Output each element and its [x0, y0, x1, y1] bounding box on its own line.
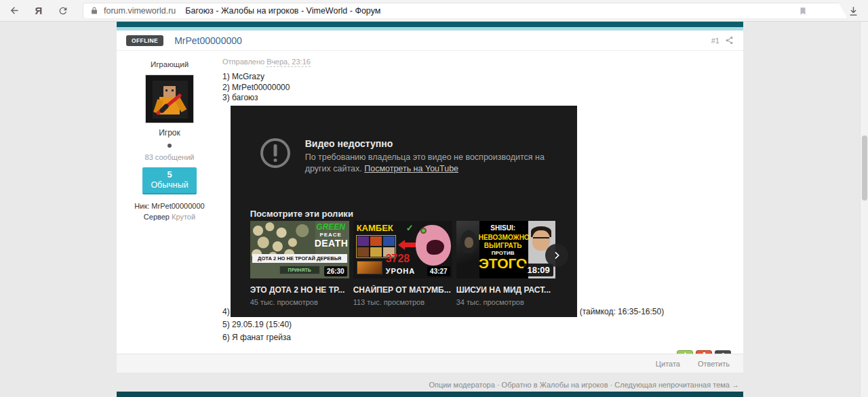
moderator-options-link[interactable]: Опции модератора — [429, 381, 494, 389]
topic-footer-links: Опции модератора · Обратно в Жалобы на и… — [429, 381, 739, 389]
thumb3-line4: ЭТОГО — [477, 256, 530, 271]
reply-button[interactable]: Ответить — [690, 356, 738, 371]
thumb1-accept-button: ПРИНЯТЬ — [279, 266, 320, 274]
sent-time: Вчера, 23:16 — [267, 58, 311, 67]
url-domain: forum.vimeworld.ru — [104, 6, 176, 16]
address-bar[interactable]: forum.vimeworld.ru Багоюз - Жалобы на иг… — [83, 3, 848, 19]
sent-label: Отправлено — [222, 58, 264, 66]
video-views-2: 113 тыс. просмотров — [353, 298, 452, 306]
thumb2-damage: 3728 — [386, 253, 410, 265]
line4-prefix: 4) — [222, 307, 230, 316]
watch-on-youtube-link[interactable]: Посмотреть на YouTube — [364, 164, 458, 173]
footer-separator: · — [497, 381, 500, 389]
post-number: #1 — [711, 37, 719, 45]
server-value: Крутой — [172, 213, 195, 221]
post-line-4: 4) Видео недоступно По требованию владел… — [222, 106, 743, 317]
forum-content: OFFLINE MrPet00000000 #1 Играющий — [117, 22, 743, 397]
post-text: 1) McGrazy 2) MrPet00000000 3) багоюз — [222, 72, 743, 104]
video-views-1: 45 тыс. просмотров — [250, 298, 349, 306]
youtube-embed: Видео недоступно По требованию владельца… — [231, 106, 577, 317]
chevron-right-icon — [551, 250, 562, 261]
footer-separator-2: · — [610, 381, 613, 389]
unavailable-title: Видео недоступно — [305, 138, 559, 149]
author-group: Играющий — [117, 60, 222, 68]
back-to-forum-link[interactable]: Обратно в Жалобы на игроков — [502, 381, 608, 389]
lock-icon[interactable] — [90, 6, 98, 15]
video-title-1[interactable]: ЭТО ДОТА 2 НО НЕ ТР... — [250, 285, 349, 295]
topic-header-bar — [117, 22, 743, 27]
refresh-button[interactable] — [53, 2, 73, 20]
yandex-button[interactable]: Я — [28, 2, 49, 20]
posts-count: 83 сообщений — [117, 153, 222, 161]
rank-pip-icon — [167, 144, 172, 148]
author-role: Игрок — [117, 128, 222, 138]
reply-section-bar — [117, 392, 743, 397]
post-meta: Отправлено Вчера, 23:16 — [222, 58, 743, 66]
post-content: Отправлено Вчера, 23:16 1) McGrazy 2) Mr… — [222, 51, 743, 354]
post-line-3: 3) багоюз — [222, 93, 743, 104]
post-line-2: 2) MrPet00000000 — [222, 83, 743, 93]
suggested-videos: GREEN PEACE DEATH ДОТА 2 НО НЕ ТРОГАЙ ДЕ… — [250, 221, 555, 278]
hooded-figure-art — [456, 221, 479, 278]
back-button[interactable] — [4, 2, 24, 20]
level-number: 5 — [142, 169, 197, 180]
thumb2-item-art — [357, 261, 382, 274]
post-line-1: 1) McGrazy — [222, 72, 743, 83]
status-badge: OFFLINE — [126, 35, 163, 46]
post-card: OFFLINE MrPet00000000 #1 Играющий — [117, 30, 743, 373]
suggestions-title: Посмотрите эти ролики — [250, 209, 353, 219]
video-duration-1: 26:30 — [324, 266, 347, 276]
video-title-3[interactable]: ШИСУИ НА МИД РАСТ... — [456, 285, 555, 295]
server-line: Сервер Крутой — [117, 213, 222, 221]
post-header: OFFLINE MrPet00000000 #1 — [117, 30, 743, 51]
scrollbar-thumb[interactable] — [862, 135, 867, 201]
video-thumbnail-3[interactable]: SHISUI: НЕВОЗМОЖНО ВЫИГРАТЬ ПРОТИВ ЭТОГО… — [456, 221, 555, 278]
thumb1-banner: ДОТА 2 НО НЕ ТРОГАЙ ДЕРЕВЬЯ — [252, 254, 347, 263]
thumb2-damage-label: УРОНА — [386, 267, 415, 275]
author-panel: Играющий — [117, 51, 222, 354]
thumb2-check-icon: ✓ — [406, 223, 414, 233]
author-link[interactable]: MrPet00000000 — [174, 35, 242, 46]
thumb3-name: SHISUI: — [490, 224, 515, 232]
avatar — [145, 75, 194, 123]
avatar-image — [146, 75, 193, 123]
nick-line: Ник: MrPet00000000 — [117, 202, 222, 210]
thumb1-death-text: DEATH — [315, 238, 347, 249]
page-scrollbar[interactable] — [860, 22, 868, 397]
thumb3-line1: НЕВОЗМОЖНО — [479, 234, 530, 241]
browser-toolbar: Я forum.vimeworld.ru Багоюз - Жалобы на … — [0, 0, 868, 22]
sniper-goggle-art — [420, 228, 427, 234]
post-line-5: 5) 29.05.19 (15:40) — [222, 320, 743, 331]
video-views-3: 34 тыс. просмотров — [456, 298, 555, 306]
post-actions: Цитата Ответить — [117, 354, 743, 373]
video-thumbnail-2[interactable]: КАМБЕК ✓ 37 — [353, 221, 452, 278]
back-icon — [9, 5, 20, 16]
video-unavailable-message: Видео недоступно По требованию владельца… — [260, 138, 559, 175]
server-label: Сервер — [144, 213, 170, 221]
thumb2-kambek-text: КАМБЕК — [357, 223, 393, 233]
level-name: Обычный — [142, 180, 197, 190]
video-thumbnail-1[interactable]: GREEN PEACE DEATH ДОТА 2 НО НЕ ТРОГАЙ ДЕ… — [250, 221, 349, 278]
video-title-2[interactable]: СНАЙПЕР ОТ МАТУМБ... — [353, 285, 452, 295]
quote-button[interactable]: Цитата — [648, 356, 688, 371]
bookmark-icon — [798, 6, 808, 16]
thumb1-peace-text: PEACE — [315, 232, 347, 238]
yandex-logo-icon: Я — [35, 5, 43, 16]
line4-suffix: (таймкод: 16:35-16:50) — [580, 307, 665, 316]
unavailable-text: По требованию владельца это видео не вос… — [305, 152, 559, 175]
post-body: Играющий — [117, 51, 743, 354]
carousel-next-button[interactable] — [545, 244, 568, 267]
video-duration-2: 43:27 — [427, 266, 450, 276]
download-icon — [848, 5, 859, 17]
download-button[interactable] — [844, 2, 863, 20]
suggested-video-titles: ЭТО ДОТА 2 НО НЕ ТР... 45 тыс. просмотро… — [250, 285, 555, 306]
next-unread-topic-link[interactable]: Следующая непрочитанная тема → — [614, 381, 739, 389]
page-title: Багоюз - Жалобы на игроков - VimeWorld -… — [185, 6, 380, 16]
refresh-icon — [58, 5, 68, 16]
thumb3-line2: ВЫИГРАТЬ — [477, 242, 530, 249]
sniper-mouth-art — [427, 240, 444, 255]
bookmark-button[interactable] — [798, 6, 808, 19]
post-line-6: 6) Я фанат грейза — [222, 333, 743, 343]
share-icon[interactable] — [725, 36, 734, 45]
thumb1-green-text: GREEN — [315, 222, 347, 232]
